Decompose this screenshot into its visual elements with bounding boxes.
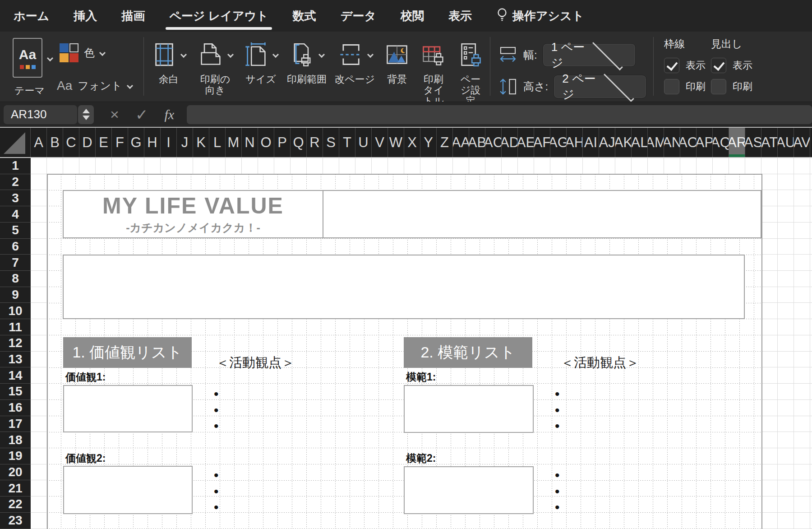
column-header-G[interactable]: G bbox=[128, 128, 144, 157]
column-header-AI[interactable]: AI bbox=[583, 128, 599, 157]
row-header-6[interactable]: 6 bbox=[0, 239, 31, 255]
column-header-AL[interactable]: AL bbox=[632, 128, 648, 157]
column-header-K[interactable]: K bbox=[193, 128, 209, 157]
headings-print-checkbox[interactable] bbox=[711, 79, 726, 94]
column-header-AD[interactable]: AD bbox=[502, 128, 518, 157]
row-header-1[interactable]: 1 bbox=[0, 158, 31, 174]
column-header-AH[interactable]: AH bbox=[567, 128, 583, 157]
row-header-14[interactable]: 14 bbox=[0, 367, 31, 384]
column-header-P[interactable]: P bbox=[274, 128, 291, 157]
insert-function-icon[interactable]: fx bbox=[164, 107, 174, 122]
column-header-I[interactable]: I bbox=[161, 128, 177, 157]
name-box-spinner[interactable] bbox=[78, 105, 94, 124]
tab-formulas[interactable]: 数式 bbox=[293, 8, 316, 24]
column-header-D[interactable]: D bbox=[79, 128, 96, 157]
gridlines-print-checkbox[interactable] bbox=[664, 79, 679, 94]
column-header-X[interactable]: X bbox=[404, 128, 420, 157]
height-dropdown[interactable]: 2 ページ bbox=[554, 75, 646, 98]
column-header-AU[interactable]: AU bbox=[778, 128, 794, 157]
page-setup-button[interactable]: ページ設定 bbox=[456, 35, 485, 106]
row-header-5[interactable]: 5 bbox=[0, 223, 31, 239]
column-header-T[interactable]: T bbox=[339, 128, 355, 157]
themes-dropdown-chevron[interactable] bbox=[47, 55, 53, 61]
row-header-18[interactable]: 18 bbox=[0, 432, 31, 448]
column-header-AJ[interactable]: AJ bbox=[599, 128, 615, 157]
row-header-12[interactable]: 12 bbox=[0, 335, 31, 352]
column-header-J[interactable]: J bbox=[177, 128, 193, 157]
margins-button[interactable]: 余白 bbox=[152, 35, 186, 85]
width-dropdown[interactable]: 1 ページ bbox=[543, 43, 636, 67]
column-header-Q[interactable]: Q bbox=[291, 128, 307, 157]
column-header-L[interactable]: L bbox=[209, 128, 226, 157]
background-button[interactable]: 背景 bbox=[384, 35, 410, 85]
row-header-16[interactable]: 16 bbox=[0, 400, 31, 416]
page-break-button[interactable]: 改ページ bbox=[335, 35, 375, 85]
column-header-V[interactable]: V bbox=[372, 128, 388, 157]
row-header-17[interactable]: 17 bbox=[0, 416, 31, 432]
formula-input[interactable] bbox=[187, 105, 812, 124]
column-header-S[interactable]: S bbox=[323, 128, 339, 157]
column-header-N[interactable]: N bbox=[242, 128, 258, 157]
row-header-22[interactable]: 22 bbox=[0, 497, 31, 513]
row-header-10[interactable]: 10 bbox=[0, 303, 31, 319]
headings-show-checkbox[interactable] bbox=[711, 58, 726, 73]
row-header-2[interactable]: 2 bbox=[0, 174, 31, 190]
column-header-AS[interactable]: AS bbox=[745, 128, 761, 157]
sheet-grid[interactable]: MY LIFE VALUE -カチカンノメイカクカ！- 1. 価値観リスト ＜活… bbox=[31, 158, 812, 529]
themes-button[interactable]: Aa bbox=[13, 38, 42, 78]
theme-fonts-button[interactable]: Aa フォント bbox=[57, 79, 132, 93]
enter-icon[interactable]: ✓ bbox=[135, 106, 148, 124]
row-header-15[interactable]: 15 bbox=[0, 384, 31, 400]
row-header-19[interactable]: 19 bbox=[0, 448, 31, 464]
row-header-4[interactable]: 4 bbox=[0, 206, 31, 223]
column-header-R[interactable]: R bbox=[307, 128, 323, 157]
cancel-icon[interactable]: × bbox=[110, 106, 119, 123]
select-all-corner[interactable] bbox=[0, 128, 31, 157]
column-header-AV[interactable]: AV bbox=[794, 128, 810, 157]
tab-view[interactable]: 表示 bbox=[448, 8, 472, 24]
column-header-AN[interactable]: AN bbox=[664, 128, 680, 157]
column-header-AE[interactable]: AE bbox=[518, 128, 534, 157]
tab-draw[interactable]: 描画 bbox=[121, 8, 145, 24]
column-header-H[interactable]: H bbox=[144, 128, 161, 157]
column-header-AQ[interactable]: AQ bbox=[713, 128, 729, 157]
row-header-9[interactable]: 9 bbox=[0, 287, 31, 303]
tab-review[interactable]: 校閲 bbox=[401, 8, 424, 24]
tab-data[interactable]: データ bbox=[341, 8, 376, 24]
column-header-C[interactable]: C bbox=[63, 128, 79, 157]
tab-page-layout[interactable]: ページ レイアウト bbox=[169, 8, 268, 24]
row-header-20[interactable]: 20 bbox=[0, 464, 31, 481]
column-header-M[interactable]: M bbox=[226, 128, 242, 157]
row-header-7[interactable]: 7 bbox=[0, 255, 31, 271]
column-header-AO[interactable]: AO bbox=[680, 128, 697, 157]
row-header-13[interactable]: 13 bbox=[0, 352, 31, 368]
column-header-Y[interactable]: Y bbox=[420, 128, 437, 157]
row-header-3[interactable]: 3 bbox=[0, 190, 31, 206]
column-header-AG[interactable]: AG bbox=[550, 128, 567, 157]
row-header-23[interactable]: 23 bbox=[0, 513, 31, 529]
column-header-A[interactable]: A bbox=[31, 128, 47, 157]
orientation-button[interactable]: 印刷の向き bbox=[198, 35, 233, 96]
column-header-AC[interactable]: AC bbox=[485, 128, 502, 157]
theme-colors-button[interactable]: 色 bbox=[60, 43, 105, 62]
column-header-AA[interactable]: AA bbox=[453, 128, 469, 157]
row-header-11[interactable]: 11 bbox=[0, 319, 31, 335]
name-box[interactable]: AR130 bbox=[4, 105, 77, 124]
column-header-W[interactable]: W bbox=[388, 128, 404, 157]
print-area-button[interactable]: 印刷範囲 bbox=[287, 35, 327, 85]
column-header-E[interactable]: E bbox=[96, 128, 112, 157]
tab-insert[interactable]: 挿入 bbox=[74, 8, 97, 24]
row-header-21[interactable]: 21 bbox=[0, 480, 31, 497]
column-header-AB[interactable]: AB bbox=[469, 128, 485, 157]
print-titles-button[interactable]: 印刷タイトル bbox=[419, 35, 448, 106]
size-button[interactable]: サイズ bbox=[244, 35, 278, 85]
column-header-AP[interactable]: AP bbox=[697, 128, 713, 157]
column-header-U[interactable]: U bbox=[355, 128, 372, 157]
column-header-O[interactable]: O bbox=[258, 128, 274, 157]
column-header-F[interactable]: F bbox=[112, 128, 128, 157]
gridlines-show-checkbox[interactable] bbox=[664, 58, 679, 73]
column-header-B[interactable]: B bbox=[47, 128, 63, 157]
column-header-AK[interactable]: AK bbox=[615, 128, 632, 157]
row-header-8[interactable]: 8 bbox=[0, 271, 31, 287]
column-header-AR[interactable]: AR bbox=[729, 128, 745, 157]
